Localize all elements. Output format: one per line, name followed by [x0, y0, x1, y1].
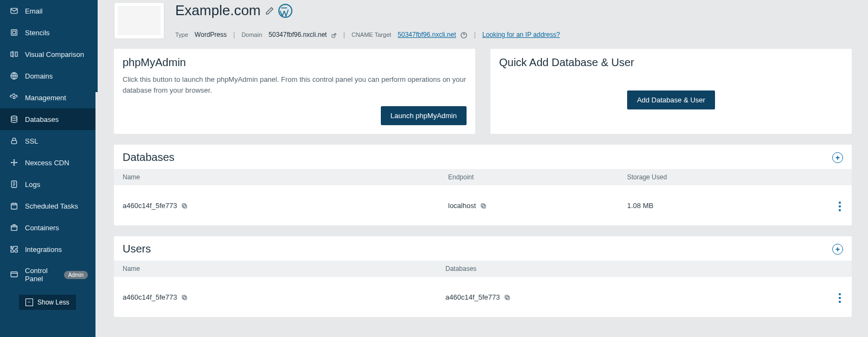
- wordpress-icon: [278, 4, 292, 18]
- add-user-button[interactable]: +: [832, 244, 843, 255]
- show-less-button[interactable]: − Show Less: [19, 295, 76, 310]
- col-databases: Databases: [445, 265, 821, 273]
- db-storage: 1.08 MB: [627, 202, 821, 210]
- envelope-icon: [10, 7, 18, 15]
- svg-rect-27: [506, 296, 509, 300]
- sidebar-item-logs[interactable]: Logs: [0, 173, 98, 195]
- domain-value: 50347fbf96.nxcli.net: [269, 31, 327, 38]
- lock-icon: [10, 137, 18, 145]
- copy-icon[interactable]: [504, 294, 510, 301]
- phpmyadmin-body: Click this button to launch the phpMyAdm…: [123, 74, 467, 95]
- box-icon: [10, 223, 18, 232]
- ip-address-link[interactable]: Looking for an IP address?: [482, 31, 560, 38]
- svg-rect-26: [182, 295, 186, 299]
- phpmyadmin-card: phpMyAdmin Click this button to launch t…: [114, 49, 475, 134]
- table-row: a460c14f_5fe773 a460c14f_5fe773: [114, 277, 852, 317]
- db-name: a460c14f_5fe773: [123, 202, 177, 210]
- launch-phpmyadmin-button[interactable]: Launch phpMyAdmin: [381, 106, 467, 125]
- svg-rect-28: [505, 295, 508, 299]
- sidebar-item-stencils[interactable]: Stencils: [0, 22, 98, 43]
- col-name: Name: [123, 265, 445, 273]
- svg-rect-3: [11, 52, 13, 56]
- svg-point-7: [11, 116, 17, 118]
- show-less-label: Show Less: [37, 299, 69, 306]
- sidebar-item-label: Containers: [25, 224, 59, 232]
- svg-rect-24: [481, 204, 484, 207]
- sidebar-item-containers[interactable]: Containers: [0, 217, 98, 238]
- sidebar-item-label: Scheduled Tasks: [25, 202, 78, 210]
- minus-square-icon: −: [25, 299, 33, 306]
- sidebar-item-control-panel[interactable]: Control Panel Admin: [0, 260, 98, 289]
- database-icon: [10, 115, 18, 124]
- copy-icon[interactable]: [480, 203, 487, 209]
- svg-rect-22: [182, 204, 186, 207]
- sidebar-item-domains[interactable]: Domains: [0, 65, 98, 87]
- external-link-icon[interactable]: [331, 33, 337, 38]
- users-title: Users: [123, 243, 151, 255]
- sidebar-item-label: Stencils: [25, 29, 50, 37]
- svg-point-10: [11, 162, 12, 163]
- databases-panel: Databases + Name Endpoint Storage Used a…: [114, 145, 852, 225]
- svg-rect-23: [482, 205, 486, 208]
- sidebar-item-email[interactable]: Email: [0, 0, 98, 22]
- quick-add-title: Quick Add Database & User: [499, 56, 843, 69]
- sidebar-scrollbar[interactable]: [95, 92, 98, 337]
- document-icon: [10, 180, 18, 189]
- sidebar: Email Stencils Visual Comparison Domains…: [0, 0, 98, 337]
- row-actions-menu[interactable]: [837, 199, 843, 213]
- phpmyadmin-title: phpMyAdmin: [123, 56, 467, 69]
- site-thumbnail: [114, 2, 164, 39]
- user-name: a460c14f_5fe773: [123, 293, 177, 301]
- sidebar-item-nexcess-cdn[interactable]: Nexcess CDN: [0, 152, 98, 173]
- databases-title: Databases: [123, 151, 175, 164]
- sidebar-item-databases[interactable]: Databases: [0, 108, 98, 130]
- copy-icon[interactable]: [181, 294, 188, 301]
- type-value: WordPress: [195, 31, 227, 38]
- svg-rect-1: [11, 30, 17, 36]
- svg-rect-17: [11, 272, 17, 277]
- svg-point-6: [13, 96, 15, 99]
- col-name: Name: [123, 173, 448, 181]
- sidebar-item-ssl[interactable]: SSL: [0, 130, 98, 152]
- svg-point-12: [14, 160, 14, 160]
- users-table-header: Name Databases: [114, 261, 852, 277]
- compare-icon: [10, 50, 18, 59]
- add-database-button[interactable]: +: [832, 152, 843, 163]
- svg-point-11: [16, 162, 17, 163]
- svg-rect-8: [11, 140, 16, 144]
- table-row: a460c14f_5fe773 localhost 1.08 MB: [114, 185, 852, 225]
- add-database-user-button[interactable]: Add Database & User: [627, 90, 715, 109]
- sidebar-item-label: Control Panel: [25, 267, 55, 283]
- cname-label: CNAME Target: [352, 31, 391, 38]
- domain-label: Domain: [241, 31, 262, 38]
- sidebar-item-label: Logs: [25, 180, 40, 189]
- sidebar-item-label: Databases: [25, 115, 59, 124]
- copy-icon[interactable]: [181, 203, 188, 209]
- db-endpoint: localhost: [448, 202, 476, 210]
- svg-rect-2: [12, 31, 15, 34]
- databases-table-header: Name Endpoint Storage Used: [114, 169, 852, 185]
- cname-value-link[interactable]: 50347fbf96.nxcli.net: [398, 31, 456, 38]
- calendar-icon: [10, 202, 18, 210]
- sidebar-item-visual-comparison[interactable]: Visual Comparison: [0, 43, 98, 65]
- sidebar-item-management[interactable]: Management: [0, 87, 98, 108]
- svg-point-9: [14, 162, 15, 164]
- row-actions-menu[interactable]: [837, 291, 843, 305]
- svg-rect-16: [11, 226, 17, 231]
- sidebar-item-label: Visual Comparison: [25, 50, 84, 59]
- sidebar-item-scheduled-tasks[interactable]: Scheduled Tasks: [0, 195, 98, 217]
- pencil-icon[interactable]: [265, 7, 274, 15]
- svg-rect-4: [15, 52, 17, 56]
- sidebar-item-label: Integrations: [25, 245, 62, 254]
- sidebar-item-label: Management: [25, 94, 66, 102]
- sidebar-item-label: Domains: [25, 72, 53, 80]
- type-label: Type: [175, 31, 188, 38]
- help-circle-icon[interactable]: [460, 31, 468, 39]
- sidebar-item-label: Nexcess CDN: [25, 159, 69, 167]
- sidebar-item-integrations[interactable]: Integrations: [0, 238, 98, 260]
- user-db: a460c14f_5fe773: [445, 293, 500, 301]
- puzzle-icon: [10, 245, 18, 254]
- users-panel: Users + Name Databases a460c14f_5fe773 a…: [114, 236, 852, 317]
- gear-icon: [10, 93, 18, 102]
- panel-icon: [10, 270, 18, 279]
